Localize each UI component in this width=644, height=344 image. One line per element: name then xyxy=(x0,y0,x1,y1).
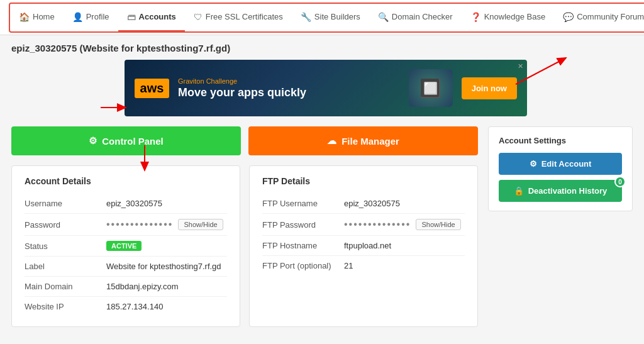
control-panel-icon: ⚙ xyxy=(89,135,97,147)
ftp-details-card: FTP Details FTP Username epiz_30320575 F… xyxy=(249,165,478,327)
nav-item-free-ssl[interactable]: 🛡 Free SSL Certificates xyxy=(185,4,292,31)
nav-item-profile[interactable]: 👤 Profile xyxy=(64,4,118,31)
action-buttons: ⚙ Control Panel ☁ File Manager xyxy=(11,126,478,155)
ad-text: Graviton Challenge Move your apps quickl… xyxy=(178,77,400,99)
deactivation-history-button[interactable]: 🔒 Deactivation History 0 xyxy=(499,180,622,202)
left-column: ⚙ Control Panel ☁ File Manager Account D… xyxy=(11,126,478,327)
ftp-password-label: FTP Password xyxy=(262,220,344,230)
account-settings-card: Account Settings ⚙ Edit Account 🔒 Deacti… xyxy=(488,126,633,211)
control-panel-button[interactable]: ⚙ Control Panel xyxy=(11,126,241,155)
ftp-username-value: epiz_30320575 xyxy=(344,199,400,208)
account-details-title: Account Details xyxy=(25,176,227,186)
nav-item-domain-checker[interactable]: 🔍 Domain Checker xyxy=(369,4,462,31)
ad-banner[interactable]: ✕ aws Graviton Challenge Move your apps … xyxy=(125,60,527,116)
website-ip-label: Website IP xyxy=(25,302,106,311)
label-row: Label Website for kptesthosting7.rf.gd xyxy=(25,257,227,277)
ad-join-button[interactable]: Join now xyxy=(462,77,517,99)
main-domain-row: Main Domain 15dbdanj.epizy.com xyxy=(25,277,227,297)
page-title: epiz_30320575 (Website for kptesthosting… xyxy=(11,43,633,53)
home-icon: 🏠 xyxy=(19,12,30,22)
aws-logo: aws xyxy=(135,79,169,98)
edit-account-icon: ⚙ xyxy=(530,159,537,169)
page-content: epiz_30320575 (Website for kptesthosting… xyxy=(0,35,644,335)
password-dots: •••••••••••••• xyxy=(106,219,173,230)
ftp-username-row: FTP Username epiz_30320575 xyxy=(262,194,465,214)
ftp-username-label: FTP Username xyxy=(262,199,344,208)
main-domain-value: 15dbdanj.epizy.com xyxy=(106,282,179,291)
nav-item-site-builders[interactable]: 🔧 Site Builders xyxy=(292,4,369,31)
navigation: 🏠 Home 👤 Profile 🗃 Accounts 🛡 Free SSL C… xyxy=(0,0,644,35)
ftp-hostname-row: FTP Hostname ftpupload.net xyxy=(262,236,465,256)
ftp-details-title: FTP Details xyxy=(262,176,465,186)
file-manager-icon: ☁ xyxy=(327,135,336,147)
ftp-password-row: FTP Password •••••••••••••• Show/Hide xyxy=(262,214,465,236)
right-sidebar: Account Settings ⚙ Edit Account 🔒 Deacti… xyxy=(488,126,633,211)
ftp-port-value: 21 xyxy=(344,261,353,270)
domain-icon: 🔍 xyxy=(378,12,389,22)
account-details-card: Account Details Username epiz_30320575 P… xyxy=(11,165,240,327)
nav-item-accounts[interactable]: 🗃 Accounts xyxy=(118,4,185,31)
nav-item-community-forum[interactable]: 💬 Community Forum xyxy=(554,4,644,31)
status-label: Status xyxy=(25,241,106,251)
knowledge-icon: ❓ xyxy=(470,12,481,22)
ftp-port-label: FTP Port (optional) xyxy=(262,261,344,270)
ad-close[interactable]: ✕ xyxy=(518,62,523,70)
label-value: Website for kptesthosting7.rf.gd xyxy=(106,262,221,271)
cards-row: Account Details Username epiz_30320575 P… xyxy=(11,165,478,327)
sidebar-title: Account Settings xyxy=(499,136,622,145)
password-row: Password •••••••••••••• Show/Hide xyxy=(25,214,227,236)
status-badge: ACTIVE xyxy=(106,241,142,251)
nav-item-knowledge-base[interactable]: ❓ Knowledge Base xyxy=(462,4,555,31)
label-label: Label xyxy=(25,262,106,271)
main-domain-label: Main Domain xyxy=(25,282,106,291)
password-label: Password xyxy=(25,220,106,230)
status-row: Status ACTIVE xyxy=(25,236,227,257)
ftp-password-dots: •••••••••••••• xyxy=(344,219,411,230)
profile-icon: 👤 xyxy=(72,12,83,22)
website-ip-row: Website IP 185.27.134.140 xyxy=(25,297,227,316)
ftp-hostname-value: ftpupload.net xyxy=(344,241,391,250)
deactivation-icon: 🔒 xyxy=(514,186,524,196)
ftp-port-row: FTP Port (optional) 21 xyxy=(262,256,465,275)
accounts-icon: 🗃 xyxy=(127,12,136,22)
website-ip-value: 185.27.134.140 xyxy=(106,302,163,311)
deactivation-count-badge: 0 xyxy=(614,176,626,187)
password-show-hide-button[interactable]: Show/Hide xyxy=(178,219,223,230)
file-manager-button[interactable]: ☁ File Manager xyxy=(248,126,478,155)
username-row: Username epiz_30320575 xyxy=(25,194,227,214)
nav-item-home[interactable]: 🏠 Home xyxy=(10,4,64,31)
username-value: epiz_30320575 xyxy=(106,199,162,208)
ftp-password-show-hide-button[interactable]: Show/Hide xyxy=(416,219,460,230)
ssl-icon: 🛡 xyxy=(194,12,203,22)
main-layout: ⚙ Control Panel ☁ File Manager Account D… xyxy=(11,126,633,327)
edit-account-button[interactable]: ⚙ Edit Account xyxy=(499,153,622,175)
site-builders-icon: 🔧 xyxy=(301,12,311,22)
username-label: Username xyxy=(25,199,106,208)
nav-outline: 🏠 Home 👤 Profile 🗃 Accounts 🛡 Free SSL C… xyxy=(9,3,644,33)
ftp-hostname-label: FTP Hostname xyxy=(262,241,344,250)
forum-icon: 💬 xyxy=(563,12,574,22)
ad-chip-image: 🔲 xyxy=(409,69,453,107)
